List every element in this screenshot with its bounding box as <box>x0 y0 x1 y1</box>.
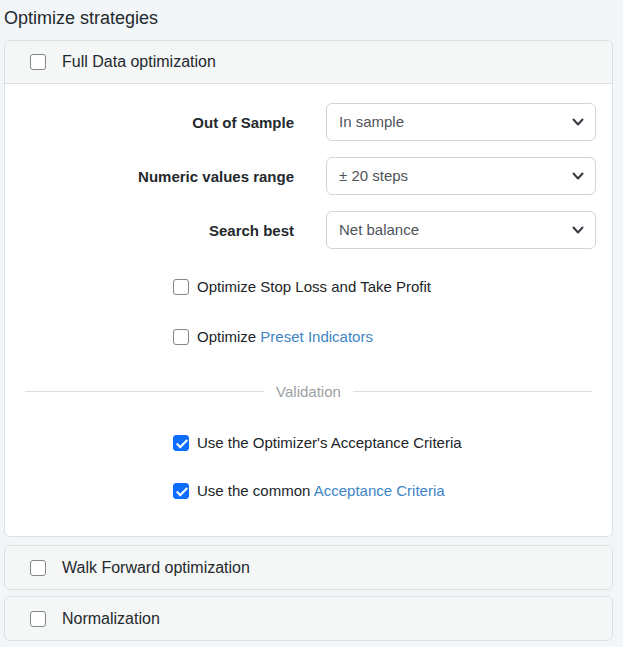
chevron-down-icon <box>571 115 585 129</box>
out-of-sample-value: In sample <box>339 113 404 130</box>
panel-header-normalization[interactable]: Normalization <box>5 597 612 640</box>
optimize-preset-indicators-checkbox[interactable] <box>173 329 189 345</box>
optimize-preset-indicators-row: Optimize Preset Indicators <box>173 326 596 348</box>
acceptance-criteria-link[interactable]: Acceptance Criteria <box>314 482 445 499</box>
validation-divider: Validation <box>25 380 592 402</box>
panel-title-walk-forward: Walk Forward optimization <box>62 559 250 577</box>
search-best-value: Net balance <box>339 221 419 238</box>
validation-divider-label: Validation <box>264 383 353 400</box>
optimize-label-text: Optimize <box>197 328 260 345</box>
numeric-values-range-row: Numeric values range ± 20 steps <box>21 157 596 195</box>
panel-title-full-data: Full Data optimization <box>62 53 216 71</box>
optimize-sl-tp-label: Optimize Stop Loss and Take Profit <box>197 276 431 298</box>
optimize-preset-indicators-label: Optimize Preset Indicators <box>197 326 373 348</box>
page-title: Optimize strategies <box>0 0 623 30</box>
out-of-sample-select[interactable]: In sample <box>326 103 596 141</box>
out-of-sample-label: Out of Sample <box>21 114 326 131</box>
common-acceptance-checkbox[interactable] <box>173 483 189 499</box>
common-acceptance-row: Use the common Acceptance Criteria <box>173 480 596 502</box>
chevron-down-icon <box>571 169 585 183</box>
search-best-label: Search best <box>21 222 326 239</box>
optimize-sl-tp-row: Optimize Stop Loss and Take Profit <box>173 276 596 298</box>
panel-title-normalization: Normalization <box>62 610 160 628</box>
common-acceptance-text: Use the common <box>197 482 314 499</box>
search-best-row: Search best Net balance <box>21 211 596 249</box>
out-of-sample-row: Out of Sample In sample <box>21 103 596 141</box>
common-acceptance-label: Use the common Acceptance Criteria <box>197 480 445 502</box>
full-data-checkbox[interactable] <box>30 54 46 70</box>
panel-walk-forward-optimization: Walk Forward optimization <box>4 545 613 590</box>
numeric-values-range-label: Numeric values range <box>21 168 326 185</box>
panel-header-full-data[interactable]: Full Data optimization <box>5 41 612 84</box>
panel-normalization: Normalization <box>4 596 613 641</box>
chevron-down-icon <box>571 223 585 237</box>
optimizer-acceptance-checkbox[interactable] <box>173 435 189 451</box>
panel-header-walk-forward[interactable]: Walk Forward optimization <box>5 546 612 589</box>
optimizer-acceptance-row: Use the Optimizer's Acceptance Criteria <box>173 432 596 454</box>
optimize-sl-tp-checkbox[interactable] <box>173 279 189 295</box>
numeric-values-range-value: ± 20 steps <box>339 167 408 184</box>
numeric-values-range-select[interactable]: ± 20 steps <box>326 157 596 195</box>
walk-forward-checkbox[interactable] <box>30 560 46 576</box>
full-data-body: Out of Sample In sample Numeric values r… <box>5 84 612 536</box>
normalization-checkbox[interactable] <box>30 611 46 627</box>
optimizer-acceptance-label: Use the Optimizer's Acceptance Criteria <box>197 432 462 454</box>
search-best-select[interactable]: Net balance <box>326 211 596 249</box>
panel-full-data-optimization: Full Data optimization Out of Sample In … <box>4 40 613 537</box>
preset-indicators-link[interactable]: Preset Indicators <box>260 328 373 345</box>
